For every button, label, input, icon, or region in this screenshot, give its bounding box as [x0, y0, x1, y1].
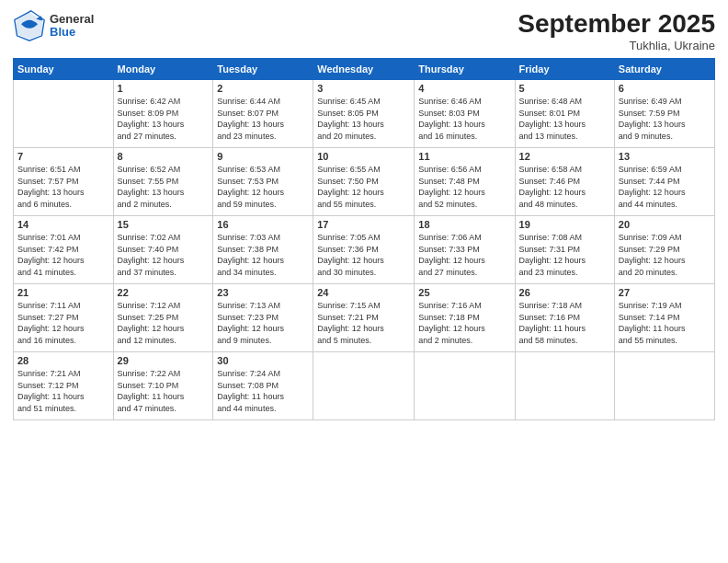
day-info: Sunrise: 7:24 AM Sunset: 7:08 PM Dayligh… — [217, 368, 309, 414]
calendar-cell: 21Sunrise: 7:11 AM Sunset: 7:27 PM Dayli… — [14, 284, 114, 352]
day-number: 14 — [17, 219, 109, 230]
calendar-week-1: 1Sunrise: 6:42 AM Sunset: 8:09 PM Daylig… — [14, 80, 715, 148]
calendar-header-saturday: Saturday — [614, 59, 714, 80]
day-info: Sunrise: 6:46 AM Sunset: 8:03 PM Dayligh… — [418, 96, 510, 142]
calendar-cell: 23Sunrise: 7:13 AM Sunset: 7:23 PM Dayli… — [213, 284, 313, 352]
calendar-cell — [515, 352, 614, 420]
month-year: September 2025 — [518, 9, 715, 39]
calendar-cell: 28Sunrise: 7:21 AM Sunset: 7:12 PM Dayli… — [14, 352, 114, 420]
day-number: 26 — [519, 287, 610, 298]
logo-general: General — [50, 13, 94, 26]
calendar-table: SundayMondayTuesdayWednesdayThursdayFrid… — [13, 58, 715, 420]
location: Tukhlia, Ukraine — [518, 39, 715, 52]
calendar-header-monday: Monday — [113, 59, 213, 80]
day-info: Sunrise: 6:49 AM Sunset: 7:59 PM Dayligh… — [619, 96, 711, 142]
day-info: Sunrise: 6:45 AM Sunset: 8:05 PM Dayligh… — [317, 96, 410, 142]
day-info: Sunrise: 7:02 AM Sunset: 7:40 PM Dayligh… — [118, 232, 210, 278]
calendar-header-tuesday: Tuesday — [213, 59, 313, 80]
day-info: Sunrise: 6:52 AM Sunset: 7:55 PM Dayligh… — [118, 164, 210, 210]
day-info: Sunrise: 6:58 AM Sunset: 7:46 PM Dayligh… — [519, 164, 610, 210]
calendar-header-thursday: Thursday — [415, 59, 515, 80]
day-number: 23 — [217, 287, 309, 298]
calendar-cell — [415, 352, 515, 420]
calendar-cell: 4Sunrise: 6:46 AM Sunset: 8:03 PM Daylig… — [415, 80, 515, 148]
day-number: 15 — [118, 219, 210, 230]
day-number: 1 — [118, 83, 210, 94]
day-info: Sunrise: 6:56 AM Sunset: 7:48 PM Dayligh… — [418, 164, 510, 210]
day-number: 12 — [519, 151, 610, 162]
day-info: Sunrise: 7:18 AM Sunset: 7:16 PM Dayligh… — [519, 300, 610, 346]
title-block: September 2025 Tukhlia, Ukraine — [518, 9, 715, 52]
calendar-cell: 24Sunrise: 7:15 AM Sunset: 7:21 PM Dayli… — [313, 284, 415, 352]
calendar-cell: 8Sunrise: 6:52 AM Sunset: 7:55 PM Daylig… — [113, 148, 213, 216]
calendar-week-4: 21Sunrise: 7:11 AM Sunset: 7:27 PM Dayli… — [14, 284, 715, 352]
day-number: 9 — [217, 151, 309, 162]
day-number: 25 — [418, 287, 510, 298]
day-number: 28 — [17, 355, 109, 366]
day-number: 16 — [217, 219, 309, 230]
calendar-header-wednesday: Wednesday — [313, 59, 415, 80]
day-number: 13 — [619, 151, 711, 162]
day-info: Sunrise: 6:42 AM Sunset: 8:09 PM Dayligh… — [118, 96, 210, 142]
day-number: 7 — [17, 151, 109, 162]
day-number: 6 — [619, 83, 711, 94]
header: General Blue September 2025 Tukhlia, Ukr… — [13, 9, 715, 52]
day-number: 11 — [418, 151, 510, 162]
day-info: Sunrise: 7:16 AM Sunset: 7:18 PM Dayligh… — [418, 300, 510, 346]
day-info: Sunrise: 7:12 AM Sunset: 7:25 PM Dayligh… — [118, 300, 210, 346]
day-number: 18 — [418, 219, 510, 230]
calendar-header-sunday: Sunday — [14, 59, 114, 80]
calendar-cell: 27Sunrise: 7:19 AM Sunset: 7:14 PM Dayli… — [614, 284, 714, 352]
calendar-header-row: SundayMondayTuesdayWednesdayThursdayFrid… — [14, 59, 715, 80]
logo-blue: Blue — [50, 26, 94, 39]
calendar-cell: 6Sunrise: 6:49 AM Sunset: 7:59 PM Daylig… — [614, 80, 714, 148]
calendar-week-3: 14Sunrise: 7:01 AM Sunset: 7:42 PM Dayli… — [14, 216, 715, 284]
day-number: 8 — [118, 151, 210, 162]
calendar-cell: 11Sunrise: 6:56 AM Sunset: 7:48 PM Dayli… — [415, 148, 515, 216]
calendar-cell: 30Sunrise: 7:24 AM Sunset: 7:08 PM Dayli… — [213, 352, 313, 420]
day-number: 4 — [418, 83, 510, 94]
day-info: Sunrise: 7:22 AM Sunset: 7:10 PM Dayligh… — [118, 368, 210, 414]
day-info: Sunrise: 7:05 AM Sunset: 7:36 PM Dayligh… — [317, 232, 410, 278]
day-info: Sunrise: 7:01 AM Sunset: 7:42 PM Dayligh… — [17, 232, 109, 278]
calendar-cell: 17Sunrise: 7:05 AM Sunset: 7:36 PM Dayli… — [313, 216, 415, 284]
day-info: Sunrise: 6:55 AM Sunset: 7:50 PM Dayligh… — [317, 164, 410, 210]
calendar-cell — [313, 352, 415, 420]
calendar-cell: 5Sunrise: 6:48 AM Sunset: 8:01 PM Daylig… — [515, 80, 614, 148]
day-number: 29 — [118, 355, 210, 366]
day-info: Sunrise: 7:03 AM Sunset: 7:38 PM Dayligh… — [217, 232, 309, 278]
calendar-cell: 26Sunrise: 7:18 AM Sunset: 7:16 PM Dayli… — [515, 284, 614, 352]
calendar-cell: 29Sunrise: 7:22 AM Sunset: 7:10 PM Dayli… — [113, 352, 213, 420]
calendar-cell: 1Sunrise: 6:42 AM Sunset: 8:09 PM Daylig… — [113, 80, 213, 148]
day-info: Sunrise: 7:13 AM Sunset: 7:23 PM Dayligh… — [217, 300, 309, 346]
calendar-cell: 20Sunrise: 7:09 AM Sunset: 7:29 PM Dayli… — [614, 216, 714, 284]
calendar-cell: 16Sunrise: 7:03 AM Sunset: 7:38 PM Dayli… — [213, 216, 313, 284]
day-info: Sunrise: 7:21 AM Sunset: 7:12 PM Dayligh… — [17, 368, 109, 414]
day-number: 30 — [217, 355, 309, 366]
day-number: 27 — [619, 287, 711, 298]
calendar-cell — [14, 80, 114, 148]
day-number: 22 — [118, 287, 210, 298]
calendar-cell: 22Sunrise: 7:12 AM Sunset: 7:25 PM Dayli… — [113, 284, 213, 352]
calendar-cell: 9Sunrise: 6:53 AM Sunset: 7:53 PM Daylig… — [213, 148, 313, 216]
day-info: Sunrise: 6:44 AM Sunset: 8:07 PM Dayligh… — [217, 96, 309, 142]
calendar-week-2: 7Sunrise: 6:51 AM Sunset: 7:57 PM Daylig… — [14, 148, 715, 216]
calendar-header-friday: Friday — [515, 59, 614, 80]
day-info: Sunrise: 6:53 AM Sunset: 7:53 PM Dayligh… — [217, 164, 309, 210]
calendar-cell: 14Sunrise: 7:01 AM Sunset: 7:42 PM Dayli… — [14, 216, 114, 284]
calendar-cell: 2Sunrise: 6:44 AM Sunset: 8:07 PM Daylig… — [213, 80, 313, 148]
day-number: 10 — [317, 151, 410, 162]
page: General Blue September 2025 Tukhlia, Ukr… — [0, 0, 728, 563]
calendar-week-5: 28Sunrise: 7:21 AM Sunset: 7:12 PM Dayli… — [14, 352, 715, 420]
day-info: Sunrise: 7:11 AM Sunset: 7:27 PM Dayligh… — [17, 300, 109, 346]
day-number: 20 — [619, 219, 711, 230]
logo: General Blue — [13, 9, 94, 42]
logo-icon — [13, 9, 46, 42]
calendar-cell: 3Sunrise: 6:45 AM Sunset: 8:05 PM Daylig… — [313, 80, 415, 148]
calendar-cell: 7Sunrise: 6:51 AM Sunset: 7:57 PM Daylig… — [14, 148, 114, 216]
day-info: Sunrise: 6:59 AM Sunset: 7:44 PM Dayligh… — [619, 164, 711, 210]
day-info: Sunrise: 6:48 AM Sunset: 8:01 PM Dayligh… — [519, 96, 610, 142]
calendar-cell: 10Sunrise: 6:55 AM Sunset: 7:50 PM Dayli… — [313, 148, 415, 216]
logo-text: General Blue — [50, 13, 94, 40]
calendar-cell: 18Sunrise: 7:06 AM Sunset: 7:33 PM Dayli… — [415, 216, 515, 284]
